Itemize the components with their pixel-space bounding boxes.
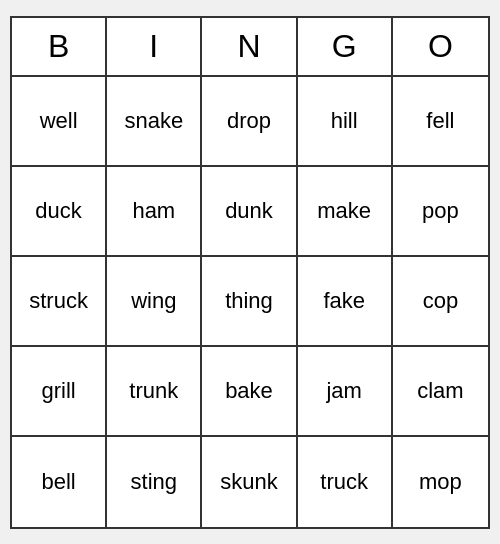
cell-1-1[interactable]: ham	[107, 167, 202, 257]
cell-2-1[interactable]: wing	[107, 257, 202, 347]
cell-1-4[interactable]: pop	[393, 167, 488, 257]
cell-4-0[interactable]: bell	[12, 437, 107, 527]
bingo-grid: well snake drop hill fell duck ham dunk …	[12, 77, 488, 527]
cell-3-2[interactable]: bake	[202, 347, 297, 437]
cell-0-3[interactable]: hill	[298, 77, 393, 167]
cell-2-3[interactable]: fake	[298, 257, 393, 347]
cell-2-0[interactable]: struck	[12, 257, 107, 347]
header-n: N	[202, 18, 297, 75]
header-i: I	[107, 18, 202, 75]
cell-3-0[interactable]: grill	[12, 347, 107, 437]
cell-2-2[interactable]: thing	[202, 257, 297, 347]
cell-4-3[interactable]: truck	[298, 437, 393, 527]
cell-0-2[interactable]: drop	[202, 77, 297, 167]
cell-4-4[interactable]: mop	[393, 437, 488, 527]
cell-0-4[interactable]: fell	[393, 77, 488, 167]
header-o: O	[393, 18, 488, 75]
cell-3-4[interactable]: clam	[393, 347, 488, 437]
cell-0-0[interactable]: well	[12, 77, 107, 167]
cell-2-4[interactable]: cop	[393, 257, 488, 347]
cell-1-0[interactable]: duck	[12, 167, 107, 257]
bingo-card: B I N G O well snake drop hill fell duck…	[10, 16, 490, 529]
header-b: B	[12, 18, 107, 75]
cell-4-2[interactable]: skunk	[202, 437, 297, 527]
cell-4-1[interactable]: sting	[107, 437, 202, 527]
cell-3-1[interactable]: trunk	[107, 347, 202, 437]
cell-3-3[interactable]: jam	[298, 347, 393, 437]
header-g: G	[298, 18, 393, 75]
cell-1-2[interactable]: dunk	[202, 167, 297, 257]
cell-0-1[interactable]: snake	[107, 77, 202, 167]
bingo-header: B I N G O	[12, 18, 488, 77]
cell-1-3[interactable]: make	[298, 167, 393, 257]
